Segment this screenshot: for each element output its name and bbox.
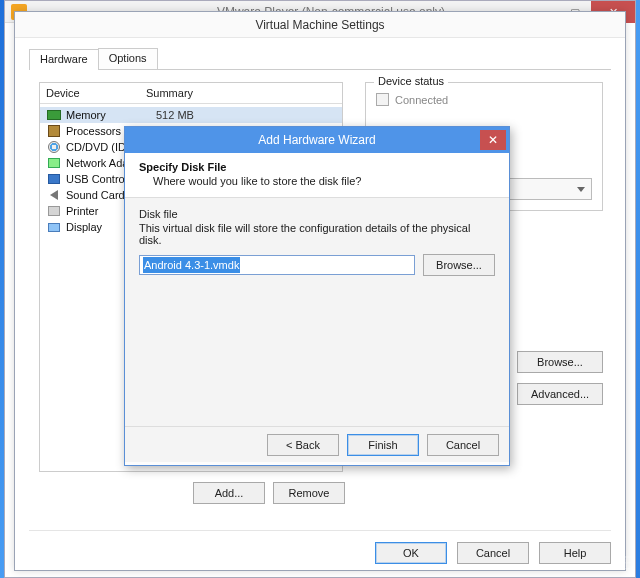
- settings-tabs: Hardware Options: [29, 48, 611, 70]
- memory-icon: [46, 108, 62, 122]
- disk-file-value: Android 4.3-1.vmdk: [143, 257, 240, 273]
- wizard-browse-button[interactable]: Browse...: [423, 254, 495, 276]
- tab-options[interactable]: Options: [98, 48, 158, 69]
- disc-icon: [46, 140, 62, 154]
- wizard-header: Specify Disk File Where would you like t…: [125, 153, 509, 198]
- wizard-title: Add Hardware Wizard: [258, 133, 375, 147]
- wizard-close-button[interactable]: ✕: [480, 130, 506, 150]
- wizard-heading: Specify Disk File: [139, 161, 495, 173]
- help-button[interactable]: Help: [539, 542, 611, 564]
- connected-label: Connected: [395, 94, 448, 106]
- device-name: Memory: [66, 109, 156, 121]
- disk-file-desc: This virtual disk file will store the co…: [139, 222, 495, 246]
- sound-icon: [46, 188, 62, 202]
- finish-button[interactable]: Finish: [347, 434, 419, 456]
- disk-file-input[interactable]: Android 4.3-1.vmdk: [139, 255, 415, 275]
- device-status-title: Device status: [374, 75, 448, 87]
- add-remove-row: Add... Remove: [193, 482, 345, 504]
- cancel-settings-button[interactable]: Cancel: [457, 542, 529, 564]
- browse-settings-button[interactable]: Browse...: [517, 351, 603, 373]
- connected-checkbox-row: Connected: [376, 93, 592, 106]
- device-summary: 512 MB: [156, 109, 336, 121]
- cancel-wizard-button[interactable]: Cancel: [427, 434, 499, 456]
- settings-title: Virtual Machine Settings: [15, 12, 625, 38]
- remove-button[interactable]: Remove: [273, 482, 345, 504]
- add-button[interactable]: Add...: [193, 482, 265, 504]
- add-hardware-wizard: Add Hardware Wizard ✕ Specify Disk File …: [124, 126, 510, 466]
- back-button[interactable]: < Back: [267, 434, 339, 456]
- device-row-memory[interactable]: Memory 512 MB: [40, 107, 342, 123]
- wizard-body: Disk file This virtual disk file will st…: [125, 198, 509, 426]
- tab-hardware[interactable]: Hardware: [29, 49, 99, 70]
- connected-checkbox[interactable]: [376, 93, 389, 106]
- settings-dialog-buttons: OK Cancel Help: [29, 530, 611, 564]
- cpu-icon: [46, 124, 62, 138]
- col-device: Device: [46, 87, 146, 99]
- wizard-footer: < Back Finish Cancel: [125, 426, 509, 462]
- printer-icon: [46, 204, 62, 218]
- device-list-header: Device Summary: [40, 83, 342, 104]
- disk-file-label: Disk file: [139, 208, 495, 220]
- network-icon: [46, 156, 62, 170]
- wizard-subheading: Where would you like to store the disk f…: [153, 175, 495, 187]
- ok-button[interactable]: OK: [375, 542, 447, 564]
- wizard-titlebar: Add Hardware Wizard ✕: [125, 127, 509, 153]
- display-icon: [46, 220, 62, 234]
- advanced-button[interactable]: Advanced...: [517, 383, 603, 405]
- usb-icon: [46, 172, 62, 186]
- disk-file-row: Android 4.3-1.vmdk Browse...: [139, 254, 495, 276]
- col-summary: Summary: [146, 87, 336, 99]
